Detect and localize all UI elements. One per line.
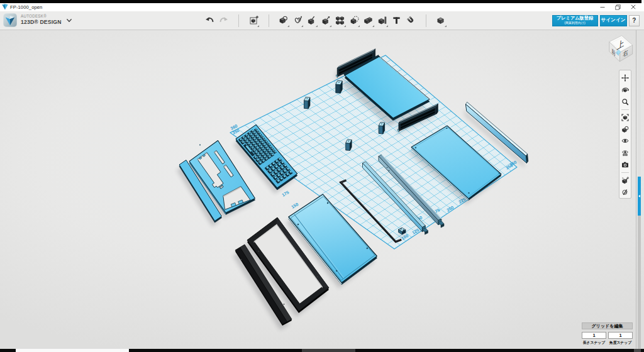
toolbar-separator — [426, 14, 426, 27]
menu-caret-icon — [257, 25, 259, 27]
nav-show-all-button[interactable] — [620, 147, 630, 159]
restore-button[interactable] — [615, 4, 621, 10]
nav-shade-button[interactable] — [620, 123, 630, 135]
fit-icon — [621, 114, 629, 121]
menu-caret-icon — [287, 25, 289, 27]
construct-icon — [306, 15, 317, 26]
brand-company: AUTODESK® — [21, 14, 62, 18]
insert-button[interactable] — [247, 13, 261, 28]
signin-button[interactable]: サインイン — [600, 15, 627, 27]
parts-library-tab[interactable] — [638, 177, 641, 216]
nav-fit-button[interactable] — [620, 111, 630, 123]
sketch-icon — [292, 15, 303, 26]
viewport-3d[interactable]: 360350175150100150175125200225350360 上 前… — [0, 30, 644, 349]
part-pillar-4[interactable] — [346, 140, 352, 150]
text-icon — [391, 15, 402, 26]
grid-dimension-label: 150 — [291, 202, 299, 209]
tool-strip — [203, 13, 448, 29]
construct-button[interactable] — [305, 13, 319, 28]
material-icon — [621, 177, 629, 184]
nav-material-button[interactable] — [620, 174, 630, 186]
redo-button — [217, 13, 231, 28]
modify-icon — [321, 15, 331, 26]
menu-caret-icon — [372, 25, 374, 27]
taskbar-search-box[interactable] — [16, 349, 129, 352]
zoom-icon — [621, 98, 629, 106]
grouping-icon — [349, 15, 360, 26]
menu-caret-icon — [344, 25, 346, 27]
snap-button[interactable] — [404, 13, 418, 28]
pan-icon — [621, 74, 629, 82]
shade-icon — [621, 126, 629, 133]
undo-icon — [204, 15, 215, 26]
nav-orbit-button[interactable] — [620, 84, 630, 96]
taskbar-apps[interactable] — [302, 349, 355, 352]
toolbar-separator — [269, 14, 269, 27]
menu-caret-icon — [330, 25, 331, 27]
close-icon — [631, 4, 636, 9]
nav-no-sketch-button[interactable] — [620, 186, 630, 198]
show-all-icon — [621, 149, 629, 157]
minimize-icon — [600, 4, 605, 9]
signin-label: サインイン — [601, 18, 626, 23]
screenshot-icon — [621, 161, 629, 168]
nav-screenshot-button[interactable] — [620, 159, 630, 171]
primitives-icon — [278, 15, 289, 26]
snap-icon — [406, 15, 416, 26]
nav-hide-button[interactable] — [620, 135, 630, 147]
part-pillar-2[interactable] — [336, 80, 342, 93]
nav-zoom-button[interactable] — [620, 96, 630, 108]
grid-dimension-label: 175 — [281, 190, 290, 197]
modify-button[interactable] — [319, 13, 333, 28]
insert-icon — [248, 15, 259, 26]
menu-caret-icon — [386, 25, 388, 27]
tab-arrow-icon — [638, 195, 640, 197]
scene-canvas[interactable]: 360350175150100150175125200225350360 — [0, 30, 644, 349]
app-logo[interactable] — [3, 13, 17, 27]
part-pillar-3[interactable] — [379, 123, 384, 134]
angle-snap-label: 角度スナップ — [608, 340, 633, 346]
restore-icon — [615, 4, 621, 10]
premium-register-button[interactable]: プレミアム版登録 (商業利用向け) — [552, 15, 598, 27]
toolbar-separator — [238, 14, 239, 27]
pattern-button[interactable] — [333, 13, 348, 28]
primitives-button[interactable] — [277, 13, 291, 28]
app-menu-chevron-icon[interactable] — [66, 18, 72, 23]
side-panel-divider — [636, 30, 636, 349]
measure-button[interactable] — [375, 13, 390, 28]
app-menu-button[interactable] — [3, 13, 17, 27]
pattern-icon — [335, 15, 345, 26]
grouping-button[interactable] — [347, 13, 362, 28]
os-taskbar[interactable] — [0, 349, 644, 352]
combine-button[interactable] — [362, 13, 376, 28]
premium-register-sublabel: (商業利用向け) — [564, 21, 585, 25]
length-snap-input[interactable]: 1 — [582, 332, 606, 339]
taskbar-tray[interactable] — [634, 349, 641, 352]
combine-icon — [363, 15, 374, 26]
brand-product: 123D® DESIGN — [21, 19, 62, 25]
view-cube[interactable]: 上 前 右 — [602, 33, 638, 68]
part-pillar-1[interactable] — [304, 97, 310, 109]
close-button[interactable] — [630, 4, 636, 10]
undo-button[interactable] — [203, 13, 217, 28]
help-button[interactable]: ? — [629, 15, 640, 27]
no-sketch-icon — [621, 189, 629, 196]
help-label: ? — [632, 17, 636, 24]
grid-settings-panel: グリッドを編集 1 1 長さスナップ 角度スナップ — [582, 322, 633, 346]
text-button[interactable] — [390, 13, 404, 28]
nav-separator — [621, 109, 629, 110]
viewstyle-button[interactable] — [434, 13, 448, 28]
side-panel-track-bottom — [638, 216, 641, 349]
menu-caret-icon — [301, 25, 303, 27]
orbit-icon — [621, 86, 629, 94]
edit-grid-button[interactable]: グリッドを編集 — [582, 322, 633, 329]
angle-snap-input[interactable]: 1 — [608, 332, 633, 339]
navigation-rail — [619, 70, 631, 199]
brand-block: AUTODESK® 123D® DESIGN — [21, 13, 62, 25]
hide-icon — [621, 137, 629, 145]
nav-pan-button[interactable] — [620, 72, 630, 84]
viewstyle-icon — [435, 15, 446, 26]
sketch-button[interactable] — [291, 13, 305, 28]
minimize-button[interactable] — [599, 4, 606, 10]
redo-icon — [218, 15, 229, 26]
